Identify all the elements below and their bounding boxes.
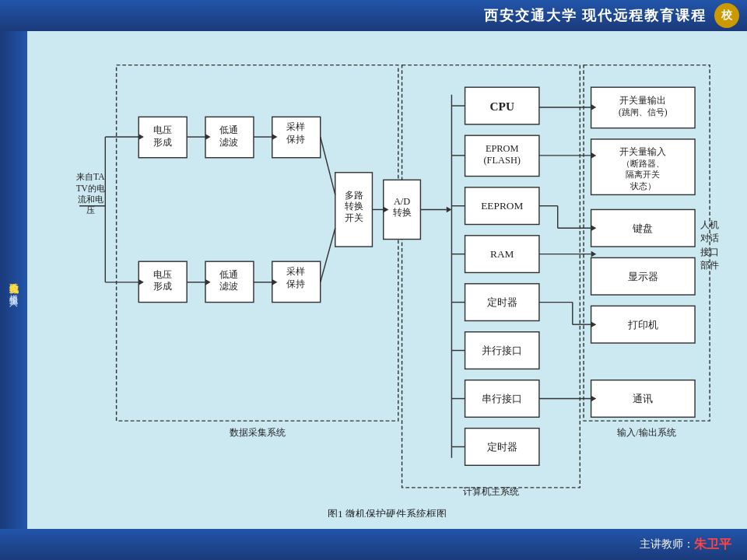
svg-text:转换: 转换 xyxy=(345,201,363,212)
svg-text:来自TA: 来自TA xyxy=(76,172,105,181)
svg-text:滤波: 滤波 xyxy=(219,281,238,292)
svg-text:状态）: 状态） xyxy=(630,181,656,191)
svg-text:采样: 采样 xyxy=(286,121,305,132)
computer-main-box xyxy=(402,65,580,488)
main-content: 电压 形成 低通 滤波 采样 保持 电压 形成 低通 滤波 采样 保持 多路 转… xyxy=(27,31,747,529)
hmi-label2: 对话 xyxy=(700,233,719,243)
svg-line-34 xyxy=(321,228,335,282)
footer-label: 主讲教师： xyxy=(640,537,694,551)
svg-text:并行接口: 并行接口 xyxy=(482,345,522,356)
svg-text:保持: 保持 xyxy=(286,278,305,289)
svg-text:EEPROM: EEPROM xyxy=(481,200,523,212)
svg-marker-38 xyxy=(447,207,452,213)
svg-text:键盘: 键盘 xyxy=(632,222,653,234)
sidebar-label: 模拟量输入 xyxy=(8,288,19,292)
subsystem3-label: 输入/输出系统 xyxy=(617,427,675,438)
svg-text:滤波: 滤波 xyxy=(219,137,238,148)
svg-text:显示器: 显示器 xyxy=(628,271,658,282)
svg-text:电压: 电压 xyxy=(153,269,172,280)
svg-text:A/D: A/D xyxy=(394,196,410,207)
svg-text:转换: 转换 xyxy=(393,207,412,218)
header-logo: 校 xyxy=(714,3,739,28)
footer-name: 朱卫平 xyxy=(694,537,731,553)
footer: 主讲教师： 朱卫平 xyxy=(0,529,747,560)
svg-text:定时器: 定时器 xyxy=(487,441,517,453)
svg-text:开关量输出: 开关量输出 xyxy=(619,95,666,106)
svg-text:电压: 电压 xyxy=(153,124,172,135)
svg-line-27 xyxy=(321,137,335,194)
svg-text:（断路器、: （断路器、 xyxy=(622,159,665,168)
svg-text:多路: 多路 xyxy=(345,190,363,201)
svg-text:低通: 低通 xyxy=(219,269,238,280)
diagram-svg: 电压 形成 低通 滤波 采样 保持 电压 形成 低通 滤波 采样 保持 多路 转… xyxy=(39,43,735,517)
subsystem1-label: 数据采集系统 xyxy=(230,427,286,438)
svg-text:采样: 采样 xyxy=(286,266,305,277)
subsystem2-label: 计算机主系统 xyxy=(463,486,519,497)
svg-text:通讯: 通讯 xyxy=(633,393,653,404)
header-title: 西安交通大学 现代远程教育课程 xyxy=(484,6,707,25)
svg-text:保持: 保持 xyxy=(286,134,305,145)
diagram-title: 图1 微机保护硬件系统框图 xyxy=(328,508,447,517)
svg-text:流和电: 流和电 xyxy=(78,194,103,204)
hmi-label: 人机 xyxy=(700,219,719,230)
svg-text:隔离开关: 隔离开关 xyxy=(626,170,660,179)
svg-text:形成: 形成 xyxy=(153,137,172,148)
svg-text:打印机: 打印机 xyxy=(627,319,658,331)
svg-text:开关量输入: 开关量输入 xyxy=(619,146,666,157)
svg-text:定时器: 定时器 xyxy=(487,296,517,308)
svg-text:(跳闸、信号): (跳闸、信号) xyxy=(619,107,668,117)
svg-text:串行接口: 串行接口 xyxy=(482,393,522,404)
hmi-label4: 部件 xyxy=(700,260,719,271)
svg-text:压: 压 xyxy=(86,205,95,215)
svg-text:(FLASH): (FLASH) xyxy=(484,155,521,166)
hmi-label3: 接口 xyxy=(700,247,719,257)
svg-text:形成: 形成 xyxy=(153,281,172,292)
svg-text:TV的电: TV的电 xyxy=(76,184,105,193)
svg-text:CPU: CPU xyxy=(490,100,514,113)
svg-text:开关: 开关 xyxy=(345,212,363,223)
sidebar: 电力系统综合实验 模拟量输入 xyxy=(0,31,27,529)
svg-marker-76 xyxy=(591,251,597,257)
svg-text:EPROM: EPROM xyxy=(486,143,519,154)
svg-text:RAM: RAM xyxy=(490,248,514,260)
svg-text:低通: 低通 xyxy=(219,124,238,135)
header: 西安交通大学 现代远程教育课程 校 xyxy=(0,0,747,31)
